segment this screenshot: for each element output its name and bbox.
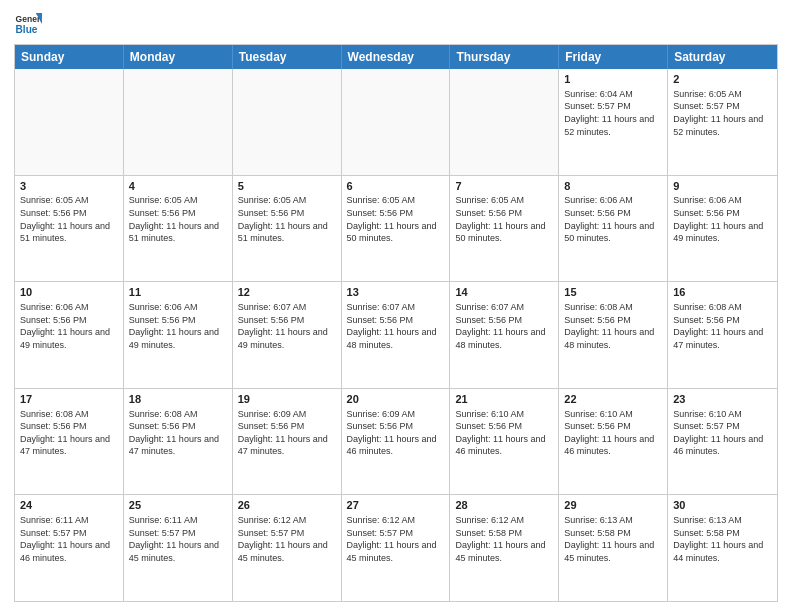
header-day-wednesday: Wednesday: [342, 45, 451, 69]
day-cell-6: 6Sunrise: 6:05 AM Sunset: 5:56 PM Daylig…: [342, 176, 451, 282]
day-number: 8: [564, 179, 662, 194]
day-number: 27: [347, 498, 445, 513]
day-cell-13: 13Sunrise: 6:07 AM Sunset: 5:56 PM Dayli…: [342, 282, 451, 388]
day-content: Sunrise: 6:06 AM Sunset: 5:56 PM Dayligh…: [129, 301, 227, 351]
week-row-3: 10Sunrise: 6:06 AM Sunset: 5:56 PM Dayli…: [15, 282, 777, 389]
empty-cell: [233, 69, 342, 175]
day-number: 25: [129, 498, 227, 513]
day-content: Sunrise: 6:07 AM Sunset: 5:56 PM Dayligh…: [455, 301, 553, 351]
day-number: 15: [564, 285, 662, 300]
day-content: Sunrise: 6:06 AM Sunset: 5:56 PM Dayligh…: [673, 194, 772, 244]
day-cell-3: 3Sunrise: 6:05 AM Sunset: 5:56 PM Daylig…: [15, 176, 124, 282]
day-number: 19: [238, 392, 336, 407]
day-number: 13: [347, 285, 445, 300]
empty-cell: [450, 69, 559, 175]
day-number: 24: [20, 498, 118, 513]
logo-icon: General Blue: [14, 10, 42, 38]
day-number: 10: [20, 285, 118, 300]
day-number: 29: [564, 498, 662, 513]
day-number: 17: [20, 392, 118, 407]
day-content: Sunrise: 6:13 AM Sunset: 5:58 PM Dayligh…: [564, 514, 662, 564]
day-content: Sunrise: 6:11 AM Sunset: 5:57 PM Dayligh…: [129, 514, 227, 564]
day-cell-24: 24Sunrise: 6:11 AM Sunset: 5:57 PM Dayli…: [15, 495, 124, 601]
day-content: Sunrise: 6:11 AM Sunset: 5:57 PM Dayligh…: [20, 514, 118, 564]
empty-cell: [15, 69, 124, 175]
day-cell-10: 10Sunrise: 6:06 AM Sunset: 5:56 PM Dayli…: [15, 282, 124, 388]
day-content: Sunrise: 6:10 AM Sunset: 5:56 PM Dayligh…: [564, 408, 662, 458]
header-day-sunday: Sunday: [15, 45, 124, 69]
day-number: 2: [673, 72, 772, 87]
day-number: 3: [20, 179, 118, 194]
day-cell-8: 8Sunrise: 6:06 AM Sunset: 5:56 PM Daylig…: [559, 176, 668, 282]
week-row-1: 1Sunrise: 6:04 AM Sunset: 5:57 PM Daylig…: [15, 69, 777, 176]
day-content: Sunrise: 6:10 AM Sunset: 5:56 PM Dayligh…: [455, 408, 553, 458]
day-number: 4: [129, 179, 227, 194]
day-number: 9: [673, 179, 772, 194]
day-cell-4: 4Sunrise: 6:05 AM Sunset: 5:56 PM Daylig…: [124, 176, 233, 282]
day-content: Sunrise: 6:06 AM Sunset: 5:56 PM Dayligh…: [564, 194, 662, 244]
day-content: Sunrise: 6:05 AM Sunset: 5:56 PM Dayligh…: [455, 194, 553, 244]
day-number: 30: [673, 498, 772, 513]
day-cell-15: 15Sunrise: 6:08 AM Sunset: 5:56 PM Dayli…: [559, 282, 668, 388]
day-content: Sunrise: 6:12 AM Sunset: 5:57 PM Dayligh…: [238, 514, 336, 564]
day-cell-22: 22Sunrise: 6:10 AM Sunset: 5:56 PM Dayli…: [559, 389, 668, 495]
week-row-4: 17Sunrise: 6:08 AM Sunset: 5:56 PM Dayli…: [15, 389, 777, 496]
day-cell-27: 27Sunrise: 6:12 AM Sunset: 5:57 PM Dayli…: [342, 495, 451, 601]
day-number: 1: [564, 72, 662, 87]
day-number: 12: [238, 285, 336, 300]
empty-cell: [124, 69, 233, 175]
day-number: 14: [455, 285, 553, 300]
day-content: Sunrise: 6:08 AM Sunset: 5:56 PM Dayligh…: [673, 301, 772, 351]
day-cell-12: 12Sunrise: 6:07 AM Sunset: 5:56 PM Dayli…: [233, 282, 342, 388]
day-cell-29: 29Sunrise: 6:13 AM Sunset: 5:58 PM Dayli…: [559, 495, 668, 601]
day-number: 16: [673, 285, 772, 300]
day-cell-5: 5Sunrise: 6:05 AM Sunset: 5:56 PM Daylig…: [233, 176, 342, 282]
day-content: Sunrise: 6:04 AM Sunset: 5:57 PM Dayligh…: [564, 88, 662, 138]
day-cell-1: 1Sunrise: 6:04 AM Sunset: 5:57 PM Daylig…: [559, 69, 668, 175]
day-number: 28: [455, 498, 553, 513]
day-cell-28: 28Sunrise: 6:12 AM Sunset: 5:58 PM Dayli…: [450, 495, 559, 601]
day-number: 7: [455, 179, 553, 194]
day-content: Sunrise: 6:05 AM Sunset: 5:56 PM Dayligh…: [347, 194, 445, 244]
day-cell-20: 20Sunrise: 6:09 AM Sunset: 5:56 PM Dayli…: [342, 389, 451, 495]
day-content: Sunrise: 6:13 AM Sunset: 5:58 PM Dayligh…: [673, 514, 772, 564]
day-content: Sunrise: 6:05 AM Sunset: 5:57 PM Dayligh…: [673, 88, 772, 138]
page-container: General Blue SundayMondayTuesdayWednesda…: [0, 0, 792, 612]
week-row-2: 3Sunrise: 6:05 AM Sunset: 5:56 PM Daylig…: [15, 176, 777, 283]
day-cell-23: 23Sunrise: 6:10 AM Sunset: 5:57 PM Dayli…: [668, 389, 777, 495]
header-day-saturday: Saturday: [668, 45, 777, 69]
day-cell-9: 9Sunrise: 6:06 AM Sunset: 5:56 PM Daylig…: [668, 176, 777, 282]
day-content: Sunrise: 6:06 AM Sunset: 5:56 PM Dayligh…: [20, 301, 118, 351]
day-cell-14: 14Sunrise: 6:07 AM Sunset: 5:56 PM Dayli…: [450, 282, 559, 388]
day-content: Sunrise: 6:12 AM Sunset: 5:57 PM Dayligh…: [347, 514, 445, 564]
header: General Blue: [14, 10, 778, 38]
day-content: Sunrise: 6:10 AM Sunset: 5:57 PM Dayligh…: [673, 408, 772, 458]
header-day-thursday: Thursday: [450, 45, 559, 69]
day-cell-16: 16Sunrise: 6:08 AM Sunset: 5:56 PM Dayli…: [668, 282, 777, 388]
day-content: Sunrise: 6:07 AM Sunset: 5:56 PM Dayligh…: [238, 301, 336, 351]
day-number: 5: [238, 179, 336, 194]
week-row-5: 24Sunrise: 6:11 AM Sunset: 5:57 PM Dayli…: [15, 495, 777, 601]
empty-cell: [342, 69, 451, 175]
day-content: Sunrise: 6:05 AM Sunset: 5:56 PM Dayligh…: [129, 194, 227, 244]
header-day-monday: Monday: [124, 45, 233, 69]
day-cell-30: 30Sunrise: 6:13 AM Sunset: 5:58 PM Dayli…: [668, 495, 777, 601]
logo: General Blue: [14, 10, 46, 38]
day-number: 22: [564, 392, 662, 407]
day-cell-11: 11Sunrise: 6:06 AM Sunset: 5:56 PM Dayli…: [124, 282, 233, 388]
day-content: Sunrise: 6:08 AM Sunset: 5:56 PM Dayligh…: [20, 408, 118, 458]
day-cell-19: 19Sunrise: 6:09 AM Sunset: 5:56 PM Dayli…: [233, 389, 342, 495]
svg-text:Blue: Blue: [16, 24, 38, 35]
day-content: Sunrise: 6:05 AM Sunset: 5:56 PM Dayligh…: [20, 194, 118, 244]
day-number: 11: [129, 285, 227, 300]
day-content: Sunrise: 6:12 AM Sunset: 5:58 PM Dayligh…: [455, 514, 553, 564]
day-cell-2: 2Sunrise: 6:05 AM Sunset: 5:57 PM Daylig…: [668, 69, 777, 175]
day-content: Sunrise: 6:09 AM Sunset: 5:56 PM Dayligh…: [238, 408, 336, 458]
day-content: Sunrise: 6:08 AM Sunset: 5:56 PM Dayligh…: [564, 301, 662, 351]
day-number: 26: [238, 498, 336, 513]
day-number: 23: [673, 392, 772, 407]
calendar-body: 1Sunrise: 6:04 AM Sunset: 5:57 PM Daylig…: [15, 69, 777, 601]
calendar-header: SundayMondayTuesdayWednesdayThursdayFrid…: [15, 45, 777, 69]
day-number: 18: [129, 392, 227, 407]
day-content: Sunrise: 6:08 AM Sunset: 5:56 PM Dayligh…: [129, 408, 227, 458]
